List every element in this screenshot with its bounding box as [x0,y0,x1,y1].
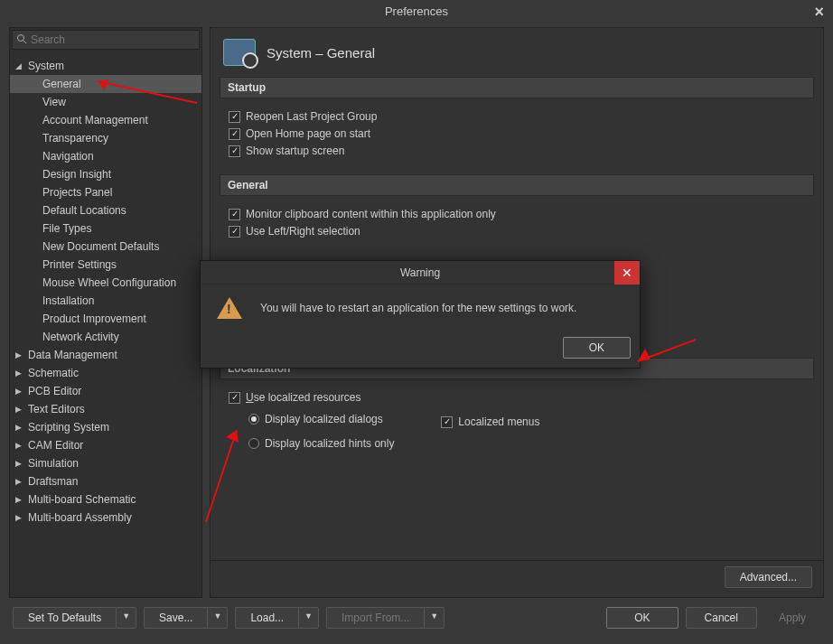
label: Show startup screen [246,145,344,157]
tree-node-system[interactable]: ◢ System [10,57,201,75]
svg-point-0 [18,34,24,41]
tree-node-general[interactable]: General [10,75,201,93]
caret-right-icon: ▶ [15,369,26,378]
warning-icon [217,297,242,319]
close-icon[interactable]: × [814,0,824,23]
caret-right-icon: ▶ [15,441,26,450]
tree-node-projects-panel[interactable]: Projects Panel [10,183,201,201]
label: Reopen Last Project Group [246,110,377,123]
tree-node-account-management[interactable]: Account Management [10,111,201,129]
import-from-button[interactable]: Import From...▼ [326,607,445,629]
dialog-titlebar: Warning ✕ [201,261,640,285]
caret-down-icon: ◢ [15,61,26,70]
radio-display-hints[interactable] [248,438,259,449]
tree-node-mouse-wheel[interactable]: Mouse Wheel Configuration [10,274,201,292]
tree-node-design-insight[interactable]: Design Insight [10,165,201,183]
chevron-down-icon[interactable]: ▼ [298,607,319,629]
section-startup-header: Startup [220,77,814,98]
search-field[interactable] [31,33,195,46]
label: UUse localized resourcesse localized res… [246,391,360,404]
tree-node-schematic[interactable]: ▶Schematic [10,364,201,382]
caret-right-icon: ▶ [15,350,26,359]
tree-node-data-management[interactable]: ▶Data Management [10,346,201,364]
page-title: System – General [267,45,375,61]
tree-node-navigation[interactable]: Navigation [10,147,201,165]
tree-node-default-locations[interactable]: Default Locations [10,201,201,219]
caret-right-icon: ▶ [15,423,26,432]
tree-node-view[interactable]: View [10,93,201,111]
chevron-down-icon[interactable]: ▼ [424,607,445,629]
checkbox-show-startup[interactable] [229,145,240,157]
tree-node-simulation[interactable]: ▶Simulation [10,454,201,472]
tree-node-text-editors[interactable]: ▶Text Editors [10,400,201,418]
caret-right-icon: ▶ [15,477,26,486]
checkbox-leftright-select[interactable] [229,226,240,238]
chevron-down-icon[interactable]: ▼ [116,607,136,629]
tree-node-network-activity[interactable]: Network Activity [10,328,201,346]
tree-node-product-improvement[interactable]: Product Improvement [10,310,201,328]
dialog-title: Warning [400,266,440,279]
tree-node-cam-editor[interactable]: ▶CAM Editor [10,436,201,454]
window-titlebar: Preferences × [0,0,833,23]
tree-node-pcb-editor[interactable]: ▶PCB Editor [10,382,201,400]
dialog-footer: Set To Defaults▼ Save...▼ Load...▼ Impor… [0,602,833,634]
caret-right-icon: ▶ [15,387,26,396]
label: Display localized dialogs [265,413,383,425]
close-icon[interactable]: ✕ [614,261,640,285]
svg-line-1 [23,41,26,43]
warning-dialog: Warning ✕ You will have to restart an ap… [200,260,641,369]
checkbox-use-localized[interactable] [229,392,240,404]
apply-button[interactable]: Apply [764,608,820,628]
checkbox-monitor-clipboard[interactable] [229,209,240,220]
advanced-button[interactable]: Advanced... [725,566,812,588]
nav-tree: ◢ System General View Account Management… [10,51,201,597]
tree-node-multiboard-assembly[interactable]: ▶Multi-board Assembly [10,509,201,527]
label: Localized menus [458,415,539,428]
window-title: Preferences [385,5,448,18]
section-general-header: General [220,174,814,196]
cancel-button[interactable]: Cancel [686,607,757,629]
label: Display localized hints only [265,437,394,450]
tree-node-draftsman[interactable]: ▶Draftsman [10,472,201,490]
save-button[interactable]: Save...▼ [144,607,228,629]
radio-display-dialogs[interactable] [248,414,259,425]
checkbox-open-home[interactable] [229,128,240,140]
ok-button[interactable]: OK [606,607,678,629]
label: Monitor clipboard content within this ap… [246,208,496,220]
dialog-message: You will have to restart an application … [260,302,576,314]
tree-node-new-document-defaults[interactable]: New Document Defaults [10,238,201,256]
chevron-down-icon[interactable]: ▼ [207,607,228,629]
page-header: System – General [211,28,823,77]
search-icon [16,33,27,47]
caret-right-icon: ▶ [15,459,26,468]
caret-right-icon: ▶ [15,513,26,522]
load-button[interactable]: Load...▼ [235,607,319,629]
tree-node-installation[interactable]: Installation [10,292,201,310]
tree-node-printer-settings[interactable]: Printer Settings [10,256,201,274]
tree-node-file-types[interactable]: File Types [10,219,201,238]
page-icon [223,39,256,66]
nav-panel: ◢ System General View Account Management… [9,27,202,598]
checkbox-reopen-last[interactable] [229,111,240,123]
tree-node-multiboard-schematic[interactable]: ▶Multi-board Schematic [10,490,201,509]
dialog-ok-button[interactable]: OK [563,337,631,359]
caret-right-icon: ▶ [15,405,26,414]
set-to-defaults-button[interactable]: Set To Defaults▼ [13,607,136,629]
checkbox-localized-menus[interactable] [441,416,453,428]
search-input[interactable] [12,30,200,50]
label: Open Home page on start [246,127,370,140]
tree-node-transparency[interactable]: Transparency [10,129,201,147]
caret-right-icon: ▶ [15,495,26,504]
tree-node-scripting-system[interactable]: ▶Scripting System [10,418,201,436]
tree-label: System [26,60,64,72]
label: Use Left/Right selection [246,225,360,238]
